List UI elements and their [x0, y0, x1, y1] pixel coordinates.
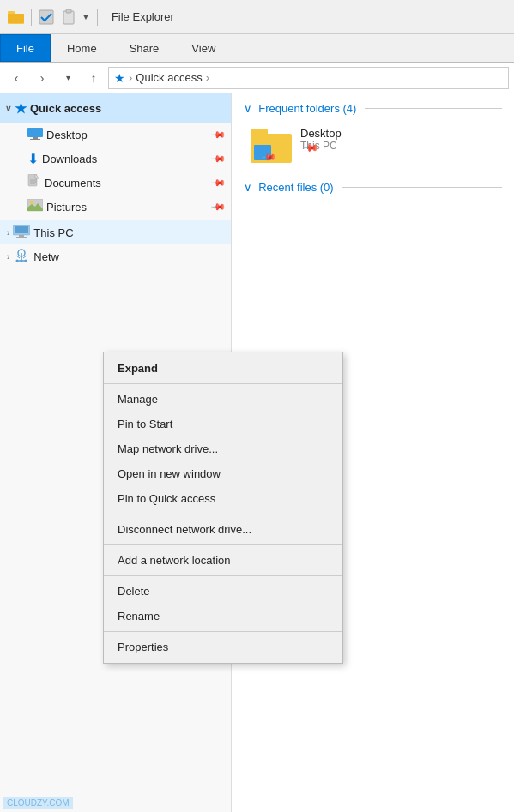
folder-item-desktop[interactable]: 📌 Desktop This PC 📌: [244, 122, 502, 169]
svg-rect-18: [19, 235, 24, 237]
up-button[interactable]: ↑: [82, 67, 105, 89]
svg-point-15: [30, 201, 33, 204]
path-star-icon: ★: [114, 71, 125, 85]
quickaccess-chevron: ∨: [5, 104, 11, 113]
quickaccess-star-icon: ★: [15, 100, 27, 117]
desktop-folder-icon: 📌: [251, 129, 292, 163]
pictures-sidebar-icon: [27, 199, 43, 214]
svg-point-25: [25, 259, 27, 262]
ctx-divider-3: [104, 544, 342, 545]
frequent-folders-header[interactable]: ∨ Frequent folders (4): [244, 102, 502, 115]
clipboard-icon[interactable]: [59, 8, 78, 27]
downloads-sidebar-icon: ⬇: [27, 151, 39, 167]
quickaccess-label: Quick access: [30, 102, 101, 115]
ctx-add-network[interactable]: Add a network location: [104, 548, 342, 573]
frequent-folders-label: ∨ Frequent folders (4): [244, 102, 356, 115]
recent-files-header[interactable]: ∨ Recent files (0): [244, 181, 502, 194]
path-arrow-1: ›: [129, 71, 132, 84]
folder-icon[interactable]: [7, 8, 26, 27]
ribbon: File Home Share View: [0, 34, 514, 63]
svg-point-23: [16, 259, 19, 262]
title-dropdown-arrow[interactable]: ▼: [82, 12, 90, 21]
recent-files-label: ∨ Recent files (0): [244, 181, 334, 194]
svg-point-24: [21, 259, 23, 262]
network-sidebar-icon: [13, 249, 30, 265]
ctx-divider-2: [104, 514, 342, 514]
sidebar-item-thispc-label: This PC: [33, 226, 73, 239]
check-icon[interactable]: [37, 8, 56, 27]
svg-rect-7: [33, 137, 38, 139]
recent-files-section: ∨ Recent files (0): [244, 181, 502, 194]
documents-pin-icon: 📌: [209, 174, 226, 190]
path-arrow-2: ›: [206, 71, 209, 84]
ctx-properties[interactable]: Properties: [104, 635, 342, 659]
tab-home[interactable]: Home: [51, 34, 113, 62]
title-separator-1: [31, 9, 32, 26]
sidebar-item-pictures-label: Pictures: [46, 201, 87, 214]
svg-rect-19: [16, 237, 27, 238]
thispc-chevron: ›: [7, 228, 9, 238]
tab-share[interactable]: Share: [113, 34, 176, 62]
svg-rect-8: [30, 139, 40, 140]
sidebar-item-desktop-label: Desktop: [46, 129, 88, 141]
ctx-divider-1: [104, 383, 342, 384]
ctx-divider-5: [104, 631, 342, 632]
svg-rect-6: [27, 128, 43, 137]
sidebar-item-pictures[interactable]: Pictures 📌: [0, 195, 231, 219]
svg-marker-10: [35, 174, 39, 178]
sidebar-item-documents-label: Documents: [45, 177, 101, 189]
title-bar-icons: ▼: [7, 8, 90, 27]
back-button[interactable]: ‹: [5, 67, 27, 89]
network-chevron: ›: [7, 252, 9, 262]
title-bar: ▼ File Explorer: [0, 0, 514, 34]
sidebar-item-downloads[interactable]: ⬇ Downloads 📌: [0, 147, 231, 171]
address-bar: ‹ › ▾ ↑ ★ › Quick access ›: [0, 63, 514, 93]
sidebar-item-downloads-label: Downloads: [42, 153, 97, 165]
svg-rect-5: [66, 9, 71, 13]
ctx-open-window[interactable]: Open in new window: [104, 461, 342, 486]
ribbon-tabs: File Home Share View: [0, 34, 514, 62]
nav-dropdown-button[interactable]: ▾: [57, 67, 79, 89]
ctx-disconnect[interactable]: Disconnect network drive...: [104, 517, 342, 542]
ctx-delete[interactable]: Delete: [104, 579, 342, 604]
tab-file[interactable]: File: [0, 34, 51, 62]
ctx-manage[interactable]: Manage: [104, 387, 342, 412]
path-item-quickaccess: Quick access: [136, 71, 202, 84]
downloads-pin-icon: 📌: [209, 150, 226, 166]
desktop-pin-icon: 📌: [209, 126, 226, 142]
tab-view[interactable]: View: [175, 34, 232, 62]
svg-rect-2: [8, 14, 24, 23]
desktop-sidebar-icon: [27, 128, 43, 142]
ctx-pin-start[interactable]: Pin to Start: [104, 412, 342, 436]
sidebar-item-desktop[interactable]: Desktop 📌: [0, 123, 231, 147]
context-menu: Expand Manage Pin to Start Map network d…: [103, 352, 343, 664]
ctx-pin-quick[interactable]: Pin to Quick access: [104, 486, 342, 511]
address-path[interactable]: ★ › Quick access ›: [108, 67, 509, 89]
ctx-map-drive[interactable]: Map network drive...: [104, 436, 342, 461]
pictures-pin-icon: 📌: [209, 198, 226, 214]
sidebar-item-network-label: Netw: [33, 250, 59, 263]
sidebar-item-network[interactable]: › Netw: [0, 244, 231, 268]
forward-button[interactable]: ›: [31, 67, 53, 89]
thispc-sidebar-icon: [13, 225, 30, 241]
ctx-rename[interactable]: Rename: [104, 604, 342, 629]
documents-sidebar-icon: [27, 174, 41, 192]
sidebar-item-thispc[interactable]: › This PC: [0, 220, 231, 244]
title-text: File Explorer: [112, 10, 174, 23]
desktop-folder-info: Desktop This PC 📌: [300, 127, 342, 164]
sidebar-section-quickaccess[interactable]: ∨ ★ Quick access: [0, 93, 231, 123]
desktop-folder-name: Desktop: [300, 127, 342, 140]
title-separator-2: [97, 9, 98, 26]
sidebar-item-documents[interactable]: Documents 📌: [0, 171, 231, 195]
ctx-divider-4: [104, 575, 342, 576]
svg-rect-17: [15, 226, 28, 233]
watermark: CLOUDZY.COM: [3, 797, 73, 809]
ctx-expand[interactable]: Expand: [104, 356, 342, 381]
